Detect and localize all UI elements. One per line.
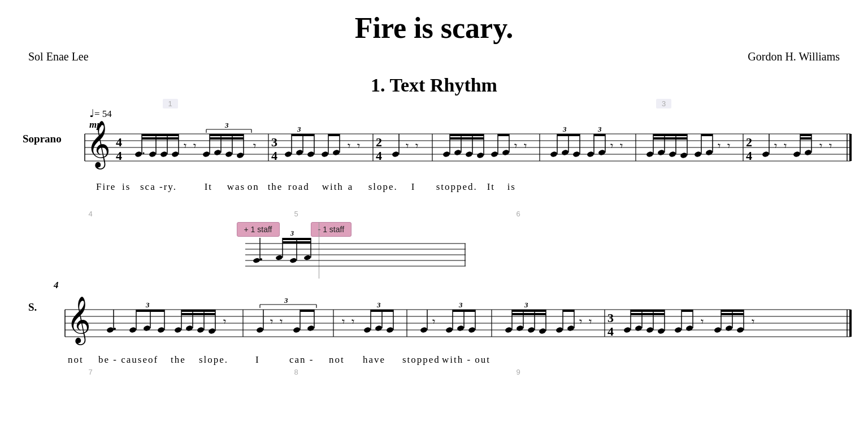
svg-point-93 [598, 149, 606, 156]
svg-text:2: 2 [746, 135, 752, 149]
page: Fire is scary. Sol Enae Lee Gordon H. Wi… [0, 0, 868, 439]
svg-point-200 [375, 325, 383, 332]
svg-rect-248 [631, 310, 665, 312]
author-right: Gordon H. Williams [748, 50, 840, 63]
svg-point-162 [129, 327, 137, 333]
svg-point-46 [307, 151, 315, 158]
svg-point-69 [465, 151, 473, 158]
svg-text:3: 3 [224, 121, 229, 129]
svg-point-52 [332, 149, 340, 156]
svg-point-91 [587, 151, 594, 158]
svg-point-172 [185, 325, 193, 332]
staff-notation-1: 𝄞 4 4 𝄾 𝄾 [28, 111, 853, 179]
svg-point-210 [445, 327, 453, 333]
svg-rect-228 [512, 313, 546, 315]
lyric-slope2: slope. [199, 354, 255, 366]
svg-rect-178 [181, 310, 215, 312]
svg-point-174 [197, 327, 205, 333]
svg-rect-194 [300, 310, 314, 312]
svg-text:4: 4 [376, 149, 382, 163]
lyric-road: road [288, 181, 322, 193]
svg-text:3: 3 [597, 125, 602, 133]
svg-text:3: 3 [524, 301, 528, 309]
svg-point-13 [143, 153, 145, 154]
svg-rect-89 [557, 134, 580, 136]
lyric-have: have [363, 354, 402, 366]
pickup-notation: 3 [228, 227, 533, 277]
svg-rect-109 [653, 137, 687, 140]
lyric-sca: sca - [140, 181, 164, 193]
lyric-with: with [322, 181, 348, 193]
measure-num-4: 4 [88, 210, 92, 218]
lyric-is: is [122, 181, 140, 193]
svg-point-67 [454, 149, 462, 156]
author-row: Sol Enae Lee Gordon H. Williams [23, 50, 845, 63]
svg-text:2: 2 [376, 135, 382, 149]
svg-point-192 [307, 325, 315, 332]
svg-rect-147 [283, 241, 311, 244]
svg-text:3: 3 [271, 135, 277, 149]
svg-point-137 [253, 258, 261, 264]
lyric-not2: not [329, 354, 363, 366]
svg-point-50 [321, 151, 329, 158]
author-left: Sol Enae Lee [28, 50, 89, 63]
svg-text:4: 4 [116, 135, 122, 149]
svg-point-18 [171, 151, 179, 158]
staff-svg-area-2: S. 4 𝄞 [23, 279, 845, 352]
svg-text:3: 3 [458, 301, 463, 309]
svg-point-14 [149, 151, 157, 158]
lyric-ry: ry. [164, 181, 205, 193]
measure-numbers-row1: 1 3 [23, 99, 845, 111]
svg-point-87 [572, 151, 580, 158]
lyric-the2: the [171, 354, 199, 366]
svg-rect-263 [721, 313, 744, 315]
lyric-was: was [227, 181, 248, 193]
lyric-it: It [205, 181, 227, 193]
svg-text:3: 3 [607, 311, 614, 325]
svg-point-170 [174, 327, 182, 333]
svg-rect-73 [450, 134, 484, 136]
svg-point-126 [804, 149, 812, 156]
svg-point-202 [386, 327, 394, 333]
svg-point-207 [420, 327, 428, 333]
rehearsal-4: 4 [54, 280, 59, 291]
svg-text:4: 4 [116, 149, 122, 163]
lyric-stopped: stopped [402, 354, 442, 366]
svg-point-164 [143, 325, 151, 332]
svg-point-77 [502, 149, 510, 156]
svg-point-100 [646, 151, 654, 158]
svg-point-26 [214, 149, 222, 156]
svg-point-120 [762, 151, 770, 158]
svg-rect-108 [653, 134, 687, 136]
svg-point-24 [202, 151, 210, 158]
svg-text:3: 3 [562, 125, 567, 133]
svg-point-44 [296, 149, 303, 156]
measure-num-3: 3 [656, 99, 671, 108]
svg-rect-74 [450, 137, 484, 140]
lyric-a: a [348, 181, 368, 193]
lyrics-row-2: not be - cause of the slope. I can - not… [23, 354, 845, 366]
staff-svg-area-1: ♩= 54 mp Soprano 𝄞 4 [23, 111, 845, 179]
svg-point-144 [303, 255, 311, 261]
svg-point-166 [157, 327, 165, 333]
svg-rect-128 [800, 134, 811, 136]
lyric-slope: slope. [368, 181, 411, 193]
lyric-on: on [248, 181, 268, 193]
svg-point-30 [236, 152, 244, 159]
svg-rect-262 [721, 310, 744, 312]
svg-point-106 [680, 152, 688, 159]
svg-text:3: 3 [145, 301, 150, 309]
svg-point-240 [623, 327, 631, 333]
svg-point-65 [442, 151, 450, 158]
svg-point-221 [516, 325, 524, 332]
svg-text:4: 4 [607, 324, 614, 338]
svg-text:3: 3 [297, 125, 301, 133]
svg-point-60 [392, 151, 400, 158]
page-title: Fire is scary. [23, 11, 845, 45]
svg-rect-114 [701, 134, 713, 136]
svg-point-190 [293, 327, 301, 333]
svg-text:3: 3 [376, 301, 381, 309]
svg-point-140 [275, 255, 283, 261]
lyric-it2: It [487, 181, 507, 193]
svg-rect-48 [292, 134, 314, 136]
